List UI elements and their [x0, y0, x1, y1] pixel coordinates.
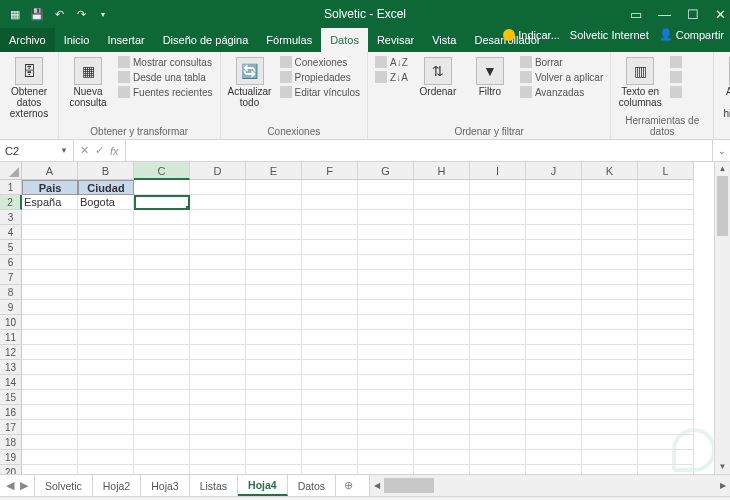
cell[interactable]: [134, 390, 190, 405]
cell[interactable]: [302, 330, 358, 345]
sheet-tab[interactable]: Listas: [190, 475, 238, 496]
scroll-down-icon[interactable]: ▼: [715, 460, 730, 474]
cell[interactable]: [134, 180, 190, 195]
cell[interactable]: [526, 225, 582, 240]
cell[interactable]: [470, 465, 526, 474]
cell[interactable]: [582, 210, 638, 225]
cell[interactable]: [526, 300, 582, 315]
cell[interactable]: [582, 255, 638, 270]
cell[interactable]: [22, 330, 78, 345]
sheet-tab[interactable]: Hoja2: [93, 475, 141, 496]
cell[interactable]: [246, 240, 302, 255]
cell[interactable]: [190, 180, 246, 195]
row-header[interactable]: 5: [0, 240, 22, 255]
cell[interactable]: [582, 435, 638, 450]
cell[interactable]: [78, 375, 134, 390]
cell[interactable]: [246, 375, 302, 390]
cell[interactable]: [582, 375, 638, 390]
row-header[interactable]: 16: [0, 405, 22, 420]
cell[interactable]: [78, 240, 134, 255]
col-header[interactable]: F: [302, 162, 358, 180]
cell[interactable]: [302, 405, 358, 420]
row-header[interactable]: 12: [0, 345, 22, 360]
cell[interactable]: [582, 180, 638, 195]
sheet-tab[interactable]: Hoja3: [141, 475, 189, 496]
cell[interactable]: [414, 465, 470, 474]
cell[interactable]: [414, 225, 470, 240]
cell[interactable]: [414, 405, 470, 420]
cell[interactable]: [638, 375, 694, 390]
cell[interactable]: [22, 375, 78, 390]
cell[interactable]: [526, 255, 582, 270]
cell[interactable]: [78, 285, 134, 300]
cell[interactable]: [358, 435, 414, 450]
show-queries-button[interactable]: Mostrar consultas: [116, 55, 215, 69]
cell[interactable]: [470, 270, 526, 285]
cell[interactable]: [470, 285, 526, 300]
cell[interactable]: [22, 450, 78, 465]
cell[interactable]: [582, 360, 638, 375]
cell[interactable]: [638, 330, 694, 345]
col-header[interactable]: A: [22, 162, 78, 180]
cell[interactable]: [78, 345, 134, 360]
cell[interactable]: [22, 405, 78, 420]
scroll-right-icon[interactable]: ▶: [716, 475, 730, 496]
cell[interactable]: [358, 450, 414, 465]
sheet-nav[interactable]: ◀▶: [0, 475, 35, 496]
tab-fórmulas[interactable]: Fórmulas: [257, 28, 321, 52]
cell[interactable]: [22, 300, 78, 315]
edit-links-button[interactable]: Editar vínculos: [278, 85, 363, 99]
save-icon[interactable]: 💾: [30, 7, 44, 21]
cell[interactable]: [526, 240, 582, 255]
cell[interactable]: [22, 240, 78, 255]
get-external-data-button[interactable]: 🗄Obtener datos externos: [5, 55, 53, 119]
cell[interactable]: [358, 375, 414, 390]
advanced-button[interactable]: Avanzadas: [518, 85, 605, 99]
cell[interactable]: [582, 285, 638, 300]
cell[interactable]: [358, 420, 414, 435]
ribbon-options-icon[interactable]: ▭: [630, 7, 642, 22]
cell[interactable]: [582, 330, 638, 345]
scroll-up-icon[interactable]: ▲: [715, 162, 730, 176]
cell[interactable]: [22, 420, 78, 435]
cell[interactable]: [582, 420, 638, 435]
cell[interactable]: [526, 315, 582, 330]
cell[interactable]: [246, 420, 302, 435]
cell[interactable]: [358, 345, 414, 360]
cell[interactable]: [414, 240, 470, 255]
cell[interactable]: [358, 195, 414, 210]
tab-file[interactable]: Archivo: [0, 28, 55, 52]
flash-fill-button[interactable]: [668, 55, 708, 69]
cell[interactable]: [526, 195, 582, 210]
cell[interactable]: [582, 240, 638, 255]
cell[interactable]: [302, 300, 358, 315]
cell[interactable]: [78, 420, 134, 435]
cell[interactable]: [22, 465, 78, 474]
cancel-icon[interactable]: ✕: [80, 144, 89, 157]
cell[interactable]: [78, 225, 134, 240]
cell[interactable]: [78, 435, 134, 450]
tab-insertar[interactable]: Insertar: [98, 28, 153, 52]
cell[interactable]: [302, 285, 358, 300]
cell[interactable]: [134, 225, 190, 240]
qat-dropdown-icon[interactable]: ▾: [96, 7, 110, 21]
cell[interactable]: [526, 450, 582, 465]
cell[interactable]: [582, 390, 638, 405]
cell[interactable]: [246, 405, 302, 420]
cell[interactable]: [414, 450, 470, 465]
cell[interactable]: [190, 390, 246, 405]
cell[interactable]: [414, 390, 470, 405]
cell[interactable]: [470, 180, 526, 195]
cell[interactable]: [582, 450, 638, 465]
cell[interactable]: [582, 300, 638, 315]
cell[interactable]: [134, 270, 190, 285]
cell[interactable]: [526, 270, 582, 285]
cell[interactable]: Pais: [22, 180, 78, 195]
cell[interactable]: [246, 270, 302, 285]
row-header[interactable]: 1: [0, 180, 22, 195]
cell[interactable]: [134, 435, 190, 450]
tab-datos[interactable]: Datos: [321, 28, 368, 52]
cell[interactable]: [78, 315, 134, 330]
scroll-thumb[interactable]: [717, 176, 728, 236]
enter-icon[interactable]: ✓: [95, 144, 104, 157]
